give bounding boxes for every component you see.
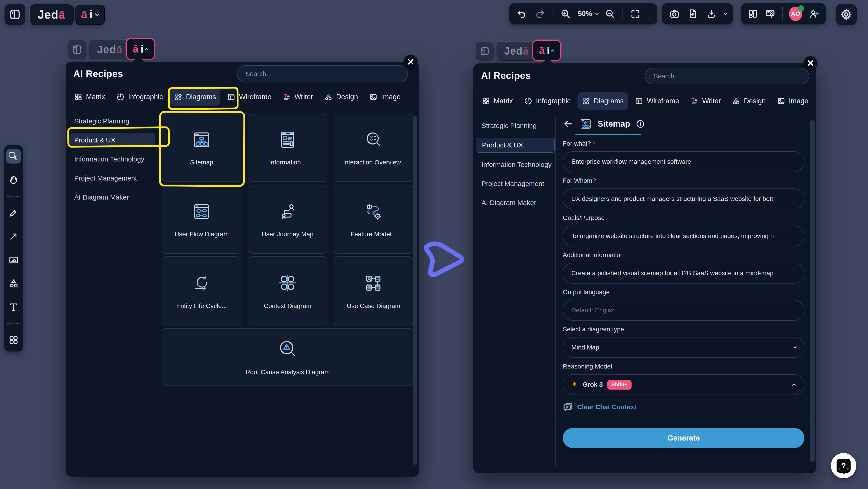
input-additional-information[interactable]	[563, 263, 804, 284]
sidebar-item-project-management[interactable]: Project Management	[476, 177, 555, 191]
generate-button[interactable]: Generate	[563, 428, 804, 448]
search-input[interactable]	[237, 65, 408, 82]
palette-divider	[7, 323, 20, 324]
invite-user-button[interactable]	[808, 8, 819, 20]
sidebar-item-product-ux[interactable]: Product & UX	[476, 138, 555, 153]
sidebar-item-strategic-planning[interactable]: Strategic Planning	[476, 119, 555, 133]
info-icon[interactable]	[636, 119, 645, 128]
tab-infographic[interactable]: Infographic	[112, 88, 167, 106]
search-input[interactable]	[645, 68, 809, 84]
chevron-down-icon[interactable]	[724, 11, 728, 15]
tab-design[interactable]: Design	[727, 92, 770, 110]
collab-toolbar: AO	[741, 3, 826, 25]
tab-writer[interactable]: Writer	[278, 88, 317, 106]
panel-toggle-icon	[72, 45, 82, 55]
tab-image[interactable]: Image	[365, 88, 405, 106]
selected-value: Grok 3	[583, 381, 603, 388]
tab-diagrams[interactable]: Diagrams	[578, 92, 628, 110]
tab-infographic[interactable]: Infographic	[520, 92, 575, 110]
hand-tool-button[interactable]	[6, 173, 21, 187]
shapes-tool-button[interactable]	[6, 276, 21, 291]
input-for-what[interactable]	[563, 151, 804, 172]
text-tool-button[interactable]	[6, 300, 21, 314]
tab-label: Infographic	[128, 93, 163, 101]
card-label: Information...	[269, 159, 306, 166]
required-asterisk: *	[593, 140, 595, 147]
clear-chat-context-button[interactable]: Clear Chat Context	[563, 402, 804, 412]
reasoning-model-select[interactable]: Grok 3 Shifu+	[563, 374, 804, 395]
pen-tool-button[interactable]	[6, 206, 21, 220]
panel-toggle-button-right[interactable]	[476, 42, 494, 61]
writer-icon	[690, 97, 699, 105]
zoom-level-dropdown[interactable]: 50%	[578, 10, 598, 18]
recipe-card-information[interactable]: Information...	[248, 113, 328, 182]
sidebar-item-information-technology[interactable]: Information Technology	[476, 157, 555, 172]
card-label: Root Cause Analysis Diagram	[246, 369, 330, 376]
online-status-dot	[798, 5, 804, 11]
grid-tool-button[interactable]	[6, 333, 21, 347]
input-for-whom[interactable]	[563, 189, 804, 209]
presentation-button[interactable]	[765, 8, 776, 20]
download-button[interactable]	[705, 8, 717, 20]
import-file-button[interactable]	[687, 8, 699, 20]
input-output-language[interactable]	[563, 300, 804, 321]
tab-writer[interactable]: Writer	[686, 92, 725, 110]
zoom-in-button[interactable]	[559, 8, 571, 20]
brand-logo[interactable]: Jedā	[29, 4, 73, 25]
frame-tool-button[interactable]	[6, 253, 21, 267]
recipe-card-context-diagram[interactable]: Context Diagram	[248, 256, 328, 325]
panel-toggle-button-left[interactable]	[68, 40, 87, 59]
tab-matrix[interactable]: Matrix	[70, 88, 110, 106]
help-button[interactable]: ?	[831, 453, 856, 478]
recipe-card-feature-model[interactable]: Feature Model...	[334, 184, 413, 254]
screenshot-camera-button[interactable]	[668, 8, 680, 20]
scrollbar[interactable]	[413, 116, 417, 465]
sidebar-item-project-management[interactable]: Project Management	[69, 171, 155, 185]
recipe-card-use-case-diagram[interactable]: Use Case Diagram	[334, 256, 413, 325]
tab-label: Infographic	[536, 97, 570, 105]
sidebar-item-strategic-planning[interactable]: Strategic Planning	[69, 114, 155, 128]
userflow-icon	[191, 201, 213, 223]
tab-design[interactable]: Design	[320, 88, 363, 106]
recipe-card-user-journey-map[interactable]: User Journey Map	[248, 184, 328, 254]
form-title: Sitemap	[598, 119, 630, 128]
select-tool-button[interactable]	[6, 149, 21, 164]
input-goals-purpose[interactable]	[563, 226, 804, 247]
brand-word-main: Jed	[37, 8, 59, 21]
redo-button[interactable]	[534, 8, 546, 20]
tab-label: Design	[744, 97, 766, 105]
recipe-card-user-flow-diagram[interactable]: User Flow Diagram	[162, 184, 242, 254]
recipe-card-root-cause-analysis-diagram[interactable]: Root Cause Analysis Diagram	[162, 328, 413, 386]
scrollbar[interactable]	[810, 120, 815, 462]
recipe-card-entity-life-cycle[interactable]: Entity Life Cycle...	[162, 256, 242, 325]
gear-icon	[840, 8, 852, 21]
tab-wireframe[interactable]: Wireframe	[630, 92, 684, 110]
back-button[interactable]	[563, 118, 574, 129]
recipe-card-interaction-overview[interactable]: Interaction Overview..	[334, 113, 413, 182]
sidebar-item-information-technology[interactable]: Information Technology	[69, 152, 155, 166]
close-button[interactable]	[404, 55, 417, 68]
fullscreen-button[interactable]	[629, 8, 642, 20]
user-avatar[interactable]: AO	[789, 6, 802, 21]
toolbar-divider	[622, 7, 623, 20]
tab-matrix[interactable]: Matrix	[477, 92, 517, 110]
layout-panels-button[interactable]	[747, 8, 758, 20]
close-button[interactable]	[804, 56, 817, 70]
undo-button[interactable]	[516, 8, 528, 20]
sidebar-item-ai-diagram-maker[interactable]: AI Diagram Maker	[476, 196, 555, 210]
sitemap-icon	[579, 117, 592, 131]
brand-logo-left[interactable]: Jedā	[89, 39, 130, 59]
ai-menu-button[interactable]: āi	[75, 4, 105, 25]
diagram-type-select[interactable]: Mind Map	[563, 337, 804, 358]
brand-logo-right[interactable]: Jedā	[496, 41, 537, 61]
sidebar-item-ai-diagram-maker[interactable]: AI Diagram Maker	[69, 190, 155, 204]
sidebar-toggle-button[interactable]	[4, 4, 25, 25]
settings-button[interactable]	[836, 4, 857, 25]
shapes-tool-icon	[9, 279, 19, 289]
chevron-up-icon	[551, 49, 554, 53]
zoom-level: 50%	[578, 10, 592, 18]
zoom-out-button[interactable]	[604, 8, 616, 20]
tab-image[interactable]: Image	[773, 92, 813, 110]
field-label: Reasoning Model	[563, 363, 804, 370]
arrow-tool-button[interactable]	[6, 229, 21, 244]
